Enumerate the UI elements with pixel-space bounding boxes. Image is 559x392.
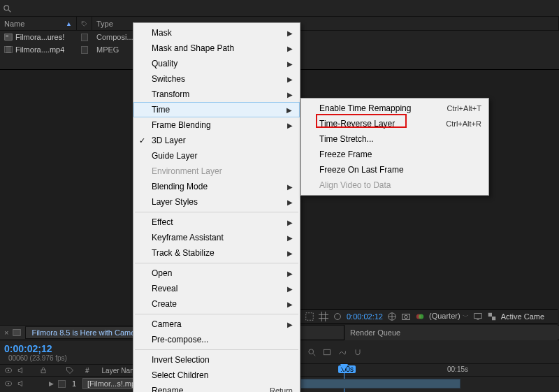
composition-icon <box>13 328 21 337</box>
submenu-arrow-icon: ▶ <box>287 300 293 308</box>
eye-icon[interactable] <box>4 366 13 375</box>
submenu-arrow-icon: ▶ <box>287 60 293 68</box>
graph-editor-icon[interactable] <box>338 348 347 356</box>
menu-transform[interactable]: Transform▶ <box>133 87 300 102</box>
menu-keyframe-assistant[interactable]: Keyframe Assistant▶ <box>133 230 300 245</box>
submenu-time-stretch[interactable]: Time Stretch... <box>301 131 488 147</box>
svg-point-0 <box>4 5 9 10</box>
time-ruler[interactable]: :00s 00:15s <box>300 364 559 377</box>
active-camera-dropdown[interactable]: Active Came <box>501 312 544 321</box>
tag-icon[interactable] <box>66 366 74 375</box>
submenu-arrow-icon: ▶ <box>287 75 293 83</box>
menu-blending-mode[interactable]: Blending Mode▶ <box>133 179 300 194</box>
track-area[interactable] <box>300 377 559 392</box>
submenu-freeze-last-frame[interactable]: Freeze On Last Frame <box>301 162 488 177</box>
svg-rect-6 <box>5 47 6 53</box>
render-queue-tab[interactable]: Render Queue <box>350 328 400 337</box>
search-icon[interactable] <box>307 348 316 356</box>
menu-create[interactable]: Create▶ <box>133 296 300 312</box>
snapping-icon[interactable] <box>354 348 362 356</box>
ruler-tick-current: :00s <box>338 365 356 373</box>
menu-track-stabilize[interactable]: Track & Stabilize▶ <box>133 245 300 261</box>
mask-toggle-icon[interactable] <box>333 312 342 321</box>
submenu-arrow-icon: ▶ <box>287 198 293 206</box>
column-tag[interactable] <box>77 17 92 30</box>
menu-select-children[interactable]: Select Children <box>133 368 300 383</box>
speaker-icon[interactable] <box>17 379 25 388</box>
channels-icon[interactable] <box>415 312 425 321</box>
menu-quality[interactable]: Quality▶ <box>133 56 300 71</box>
menu-camera[interactable]: Camera▶ <box>133 317 300 332</box>
resolution-dropdown[interactable]: (Quarter) ﹀ <box>429 312 469 321</box>
svg-rect-7 <box>11 47 13 53</box>
sort-arrow-icon: ▲ <box>66 20 72 27</box>
menu-reveal[interactable]: Reveal▶ <box>133 281 300 296</box>
submenu-arrow-icon: ▶ <box>287 29 293 37</box>
menu-precompose[interactable]: Pre-compose... <box>133 332 300 347</box>
menu-mask-shape-path[interactable]: Mask and Shape Path▶ <box>133 41 300 56</box>
layer-color-swatch[interactable] <box>58 380 66 388</box>
svg-point-14 <box>419 314 423 319</box>
viewer-controls: 0:00:02:12 (Quarter) ﹀ Active Came <box>300 309 558 324</box>
transparency-icon[interactable] <box>487 312 497 321</box>
twirl-icon[interactable]: ▶ <box>49 380 54 387</box>
asset-name: Filmora...ures! <box>15 33 64 41</box>
composition-tab[interactable]: Filmora 8.5 is Here with Came <box>25 326 141 339</box>
composition-mini-icon[interactable] <box>323 348 331 356</box>
roi-icon[interactable] <box>305 312 314 321</box>
submenu-arrow-icon: ▶ <box>287 321 293 328</box>
search-icon <box>3 4 11 13</box>
submenu-arrow-icon: ▶ <box>287 270 293 277</box>
menu-frame-blending[interactable]: Frame Blending▶ <box>133 117 300 133</box>
shortcut-label: Return <box>270 386 293 392</box>
fps-readout: 00060 (23.976 fps) <box>8 354 67 362</box>
tag-swatch[interactable] <box>81 46 88 54</box>
viewer-timecode[interactable]: 0:00:02:12 <box>347 312 383 321</box>
column-name-label: Name <box>4 20 24 28</box>
menu-separator <box>135 212 298 212</box>
submenu-enable-time-remapping[interactable]: Enable Time RemappingCtrl+Alt+T <box>301 101 488 116</box>
project-search-input[interactable] <box>14 3 126 13</box>
submenu-arrow-icon: ▶ <box>287 183 293 191</box>
menu-3d-layer[interactable]: ✓3D Layer <box>133 133 300 148</box>
menu-guide-layer[interactable]: Guide Layer <box>133 148 300 164</box>
current-timecode[interactable]: 0:00:02;12 <box>4 343 67 354</box>
menu-layer-styles[interactable]: Layer Styles▶ <box>133 194 300 210</box>
menu-open[interactable]: Open▶ <box>133 266 300 281</box>
display-icon[interactable] <box>473 312 483 321</box>
asset-type: MPEG <box>92 45 123 54</box>
svg-rect-26 <box>324 349 331 355</box>
column-type-label: Type <box>96 20 113 28</box>
render-queue-tab-area: Render Queue <box>344 325 558 340</box>
menu-invert-selection[interactable]: Invert Selection <box>133 352 300 368</box>
menu-time[interactable]: Time▶ <box>133 102 300 117</box>
menu-switches[interactable]: Switches▶ <box>133 71 300 87</box>
snapshot-icon[interactable] <box>401 312 411 321</box>
check-icon: ✓ <box>139 136 145 145</box>
composition-icon <box>4 33 13 41</box>
submenu-arrow-icon: ▶ <box>287 285 293 293</box>
tag-swatch[interactable] <box>81 34 88 41</box>
menu-mask[interactable]: Mask▶ <box>133 25 300 41</box>
video-file-icon <box>4 45 13 54</box>
grid-icon[interactable] <box>319 312 328 321</box>
menu-rename[interactable]: RenameReturn <box>133 383 300 392</box>
shutter-icon[interactable] <box>387 312 397 321</box>
submenu-arrow-icon: ▶ <box>287 234 293 242</box>
ruler-tick: 00:15s <box>447 365 468 373</box>
svg-rect-11 <box>402 314 410 320</box>
shortcut-label: Ctrl+Alt+R <box>446 119 481 128</box>
menu-separator <box>135 349 298 350</box>
svg-line-1 <box>8 10 10 12</box>
column-name[interactable]: Name ▲ <box>0 17 77 30</box>
svg-rect-4 <box>6 35 8 37</box>
submenu-arrow-icon: ▶ <box>287 219 293 226</box>
svg-rect-16 <box>488 313 491 317</box>
submenu-freeze-frame[interactable]: Freeze Frame <box>301 147 488 162</box>
menu-effect[interactable]: Effect▶ <box>133 215 300 230</box>
eye-icon[interactable] <box>4 379 13 388</box>
lock-icon[interactable] <box>39 366 48 375</box>
submenu-time-reverse-layer[interactable]: Time-Reverse LayerCtrl+Alt+R <box>301 116 488 131</box>
layer-clip-bar[interactable] <box>300 379 460 389</box>
speaker-icon[interactable] <box>17 366 25 375</box>
